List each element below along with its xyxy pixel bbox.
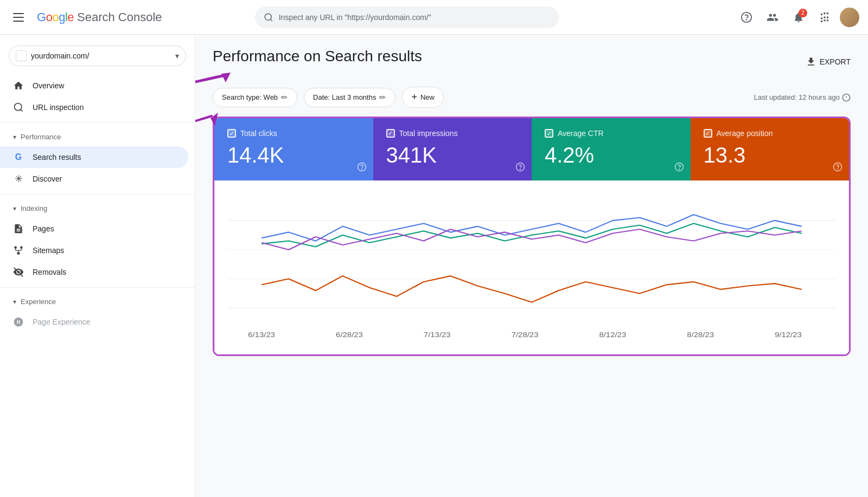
metric-label-position: Average position: [717, 129, 773, 138]
sidebar-label-page-experience: Page Experience: [33, 318, 91, 326]
search-type-filter[interactable]: Search type: Web ✏: [213, 88, 297, 107]
divider-2: [0, 194, 195, 195]
svg-rect-7: [20, 247, 22, 249]
sidebar-item-removals[interactable]: Removals: [0, 261, 188, 283]
google-logo: Google: [37, 10, 74, 24]
help-button[interactable]: [736, 7, 757, 28]
sidebar-item-search-results[interactable]: G Search results: [0, 146, 188, 168]
experience-icon: [13, 317, 24, 327]
svg-text:8/28/23: 8/28/23: [687, 331, 714, 339]
sidebar-label-pages: Pages: [33, 224, 54, 233]
svg-point-4: [15, 104, 22, 111]
edit-icon-search-type: ✏: [281, 93, 288, 102]
help-icon-clicks[interactable]: [357, 162, 367, 174]
sidebar-item-url-inspection[interactable]: URL inspection: [0, 96, 188, 118]
indexing-label: Indexing: [21, 204, 47, 212]
svg-text:8/12/23: 8/12/23: [599, 331, 626, 339]
metric-value-position: 13.3: [704, 143, 837, 167]
svg-text:9/12/23: 9/12/23: [775, 331, 802, 339]
avatar[interactable]: [840, 8, 859, 27]
svg-text:6/28/23: 6/28/23: [336, 331, 363, 339]
experience-section-header[interactable]: ▾ Experience: [0, 292, 195, 311]
app-header: Google Search Console Inspect any URL in…: [0, 0, 868, 35]
domain-selector[interactable]: yourdomain.com/ ▾: [9, 46, 186, 66]
metric-value-impressions: 341K: [386, 143, 519, 167]
performance-chart: 6/13/23 6/28/23 7/13/23 7/28/23 8/12/23 …: [228, 191, 835, 343]
metric-average-position[interactable]: Average position 13.3: [691, 118, 850, 180]
chart-container: 6/13/23 6/28/23 7/13/23 7/28/23 8/12/23 …: [214, 180, 849, 354]
help-icon-impressions[interactable]: [515, 162, 525, 174]
svg-line-1: [270, 19, 272, 21]
metrics-row: Total clicks 14.4K Total impressions 341…: [214, 118, 849, 180]
indexing-section-header[interactable]: ▾ Indexing: [0, 199, 195, 218]
pages-icon: [13, 223, 24, 234]
page-title: Performance on Search results: [213, 48, 422, 65]
sidebar-item-overview[interactable]: Overview: [0, 75, 188, 96]
app-name: Search Console: [77, 10, 162, 24]
asterisk-icon: ✳: [13, 173, 24, 184]
collapse-icon-indexing: ▾: [13, 205, 16, 212]
metrics-section: Total clicks 14.4K Total impressions 341…: [213, 117, 851, 356]
svg-text:6/13/23: 6/13/23: [248, 331, 275, 339]
sidebar-label-search-results: Search results: [33, 153, 81, 162]
header-icons: 2: [736, 7, 859, 28]
svg-rect-8: [17, 252, 20, 254]
metric-label-ctr: Average CTR: [558, 129, 604, 138]
sidebar-label-discover: Discover: [33, 175, 62, 183]
metric-label-total-clicks: Total clicks: [240, 129, 277, 138]
sidebar-item-page-experience[interactable]: Page Experience: [0, 311, 188, 333]
performance-label: Performance: [21, 133, 61, 141]
hamburger-menu[interactable]: [9, 9, 28, 26]
checkbox-average-ctr[interactable]: [545, 129, 553, 138]
notification-badge: 2: [799, 9, 807, 17]
search-placeholder: Inspect any URL in "https://yourdomain.c…: [279, 13, 431, 22]
checkbox-total-impressions[interactable]: [386, 129, 395, 138]
main-content: Performance on Search results EXPORT Sea…: [195, 35, 868, 497]
sidebar-label-sitemaps: Sitemaps: [33, 246, 64, 255]
metric-total-impressions[interactable]: Total impressions 341K: [373, 118, 532, 180]
svg-point-0: [265, 14, 271, 20]
apps-button[interactable]: [814, 7, 835, 28]
edit-icon-date: ✏: [379, 93, 386, 102]
collapse-icon-experience: ▾: [13, 298, 16, 306]
metric-total-clicks[interactable]: Total clicks 14.4K: [214, 118, 373, 180]
svg-text:7/13/23: 7/13/23: [424, 331, 451, 339]
dropdown-arrow-icon: ▾: [175, 51, 179, 60]
plus-icon: +: [411, 92, 417, 103]
url-search-bar[interactable]: Inspect any URL in "https://yourdomain.c…: [255, 7, 559, 28]
divider-3: [0, 287, 195, 288]
performance-section-header[interactable]: ▾ Performance: [0, 127, 195, 146]
help-icon-ctr[interactable]: [674, 162, 684, 174]
sidebar-item-sitemaps[interactable]: Sitemaps: [0, 240, 188, 261]
google-g-icon: G: [13, 152, 24, 163]
sidebar-item-pages[interactable]: Pages: [0, 218, 188, 240]
new-filter-button[interactable]: + New: [402, 87, 444, 108]
search-icon-sidebar: [13, 102, 24, 113]
help-icon-position[interactable]: [833, 162, 843, 174]
search-type-label: Search type: Web: [222, 93, 278, 101]
metric-label-impressions: Total impressions: [399, 129, 458, 138]
logo-area: Google Search Console: [37, 10, 162, 24]
filter-bar: Search type: Web ✏ Date: Last 3 months ✏…: [213, 87, 851, 108]
checkbox-average-position[interactable]: [704, 129, 712, 138]
sidebar: yourdomain.com/ ▾ Overview URL inspectio…: [0, 35, 195, 497]
home-icon: [13, 80, 24, 91]
manage-users-button[interactable]: [762, 7, 783, 28]
sidebar-item-discover[interactable]: ✳ Discover: [0, 168, 188, 190]
svg-rect-6: [15, 247, 17, 249]
notifications-button[interactable]: 2: [788, 7, 809, 28]
sidebar-label-url-inspection: URL inspection: [33, 103, 84, 112]
search-icon: [264, 12, 273, 22]
export-button[interactable]: EXPORT: [806, 56, 851, 67]
experience-label: Experience: [21, 298, 56, 306]
svg-line-5: [21, 109, 23, 112]
collapse-icon: ▾: [13, 133, 16, 141]
domain-name: yourdomain.com/: [31, 51, 171, 60]
last-updated: Last updated: 12 hours ago: [754, 93, 851, 102]
removals-icon: [13, 267, 24, 277]
metric-average-ctr[interactable]: Average CTR 4.2%: [532, 118, 691, 180]
metric-value-ctr: 4.2%: [545, 143, 678, 167]
new-label: New: [420, 93, 435, 101]
date-filter[interactable]: Date: Last 3 months ✏: [304, 88, 395, 107]
checkbox-total-clicks[interactable]: [227, 129, 236, 138]
